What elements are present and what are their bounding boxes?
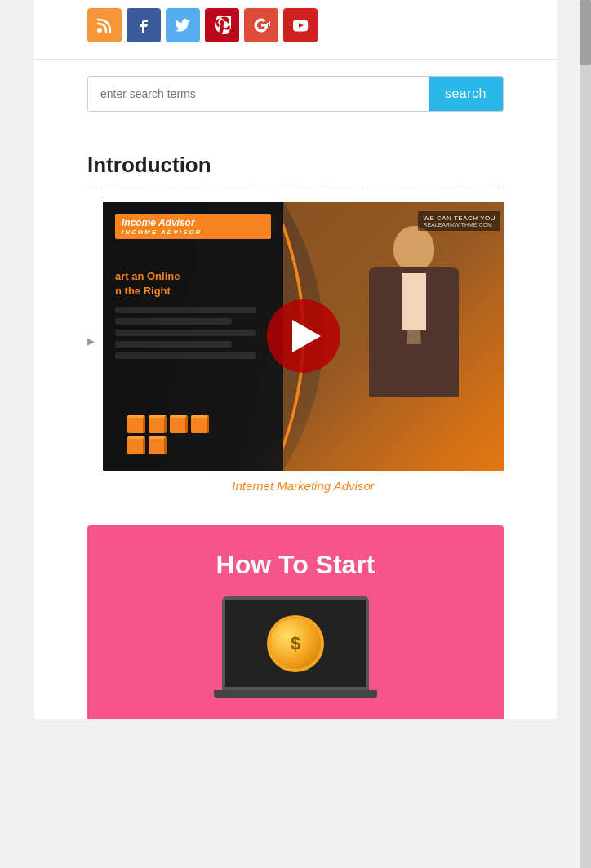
introduction-section: Introduction ▸ Income Advisor INCOME ADV… xyxy=(34,136,557,509)
video-text-block: art an Online n the Right xyxy=(115,270,271,364)
cube-2 xyxy=(149,415,167,433)
video-text-line-2 xyxy=(115,318,232,325)
video-cubes-decoration xyxy=(127,415,225,454)
twitter-icon[interactable] xyxy=(166,8,200,42)
introduction-title: Introduction xyxy=(87,153,504,178)
cube-5 xyxy=(127,436,145,454)
cube-6 xyxy=(149,436,167,454)
search-input[interactable] xyxy=(88,77,429,111)
section-divider xyxy=(87,188,504,188)
svg-point-0 xyxy=(97,28,102,33)
video-right-text: WE CAN TEACH YOU REALEARNWITHME.COM xyxy=(418,211,500,231)
search-button[interactable]: search xyxy=(429,77,503,111)
video-container: ▸ Income Advisor INCOME ADVISOR art an O… xyxy=(87,202,504,493)
social-icons-container xyxy=(87,8,504,42)
video-wrapper: Income Advisor INCOME ADVISOR art an Onl… xyxy=(103,202,504,493)
video-text-line-1 xyxy=(115,307,256,313)
cube-3 xyxy=(170,415,188,433)
video-logo: Income Advisor INCOME ADVISOR xyxy=(115,214,271,239)
how-to-start-title: How To Start xyxy=(104,550,487,580)
pinterest-icon[interactable] xyxy=(205,8,239,42)
video-text-line-4 xyxy=(115,341,232,348)
how-to-start-section: How To Start $ xyxy=(34,509,557,719)
scrollbar[interactable] xyxy=(580,0,591,868)
laptop-screen: $ xyxy=(222,596,369,690)
coin-graphic: $ xyxy=(267,615,324,672)
scrollbar-thumb[interactable] xyxy=(580,0,591,65)
chevron-right-icon: ▸ xyxy=(87,332,95,350)
play-button[interactable] xyxy=(267,299,340,373)
search-box: search xyxy=(87,76,504,112)
youtube-icon[interactable] xyxy=(283,8,318,42)
video-thumbnail[interactable]: Income Advisor INCOME ADVISOR art an Onl… xyxy=(103,202,504,471)
play-triangle-icon xyxy=(292,320,321,352)
video-left-panel: Income Advisor INCOME ADVISOR art an Onl… xyxy=(103,202,283,471)
laptop-base xyxy=(214,690,377,698)
laptop-graphic: $ xyxy=(214,596,377,702)
rss-icon[interactable] xyxy=(87,8,122,42)
googleplus-icon[interactable] xyxy=(244,8,278,42)
video-text-line-5 xyxy=(115,352,256,359)
facebook-icon[interactable] xyxy=(127,8,161,42)
video-caption: Internet Marketing Advisor xyxy=(103,479,504,493)
search-section: search xyxy=(34,60,557,136)
video-text-line-3 xyxy=(115,330,256,336)
page-wrapper: search Introduction ▸ Income Advisor INC… xyxy=(34,0,557,719)
cube-4 xyxy=(191,415,209,433)
cube-1 xyxy=(127,415,145,433)
how-to-start-banner: How To Start $ xyxy=(87,525,504,719)
social-section xyxy=(34,0,557,60)
